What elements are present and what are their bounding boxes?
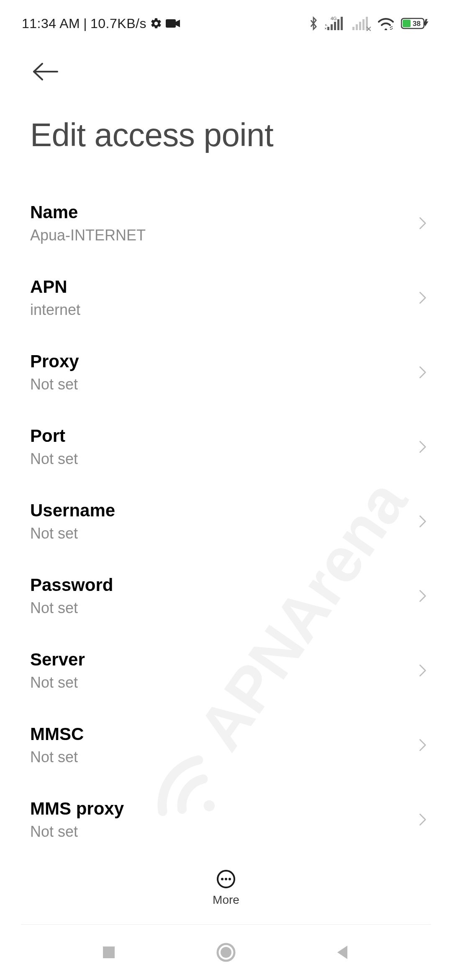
setting-value: Apua-INTERNET <box>30 227 146 244</box>
page-title: Edit access point <box>0 90 452 167</box>
nav-recent-button[interactable] <box>96 940 121 965</box>
chevron-right-icon <box>419 588 435 604</box>
bottom-action-bar: More <box>0 856 452 919</box>
chevron-right-icon <box>419 364 435 381</box>
svg-text:4G: 4G <box>331 16 337 21</box>
more-circle-icon <box>216 869 236 889</box>
status-time: 11:34 AM <box>22 16 80 31</box>
svg-marker-25 <box>337 946 347 959</box>
svg-rect-15 <box>403 20 411 27</box>
status-bar: 11:34 AM | 10.7KB/s 4G <box>0 0 452 34</box>
status-speed: 10.7KB/s <box>90 16 146 31</box>
system-nav-bar <box>0 925 452 980</box>
settings-list: Name Apua-INTERNET APN internet Proxy No… <box>0 167 452 856</box>
more-label: More <box>213 893 239 907</box>
svg-rect-6 <box>341 17 343 30</box>
svg-rect-8 <box>356 24 358 30</box>
setting-username[interactable]: Username Not set <box>30 484 435 558</box>
bluetooth-icon <box>309 16 318 31</box>
status-sep: | <box>83 16 87 31</box>
svg-rect-7 <box>352 27 354 30</box>
setting-label: Port <box>30 426 78 446</box>
chevron-right-icon <box>419 438 435 455</box>
setting-value: Not set <box>30 599 113 617</box>
setting-password[interactable]: Password Not set <box>30 558 435 633</box>
setting-apn[interactable]: APN internet <box>30 260 435 335</box>
svg-point-19 <box>221 878 223 880</box>
battery-icon: 38 <box>401 17 430 30</box>
setting-value: Not set <box>30 674 85 691</box>
setting-value: Not set <box>30 823 124 841</box>
svg-rect-9 <box>359 22 361 30</box>
setting-name[interactable]: Name Apua-INTERNET <box>30 186 435 260</box>
setting-value: internet <box>30 301 80 319</box>
chevron-right-icon <box>419 811 435 828</box>
setting-value: Not set <box>30 748 84 766</box>
setting-label: Name <box>30 202 146 222</box>
setting-server[interactable]: Server Not set <box>30 633 435 707</box>
svg-text:38: 38 <box>413 20 421 28</box>
setting-label: Proxy <box>30 351 79 371</box>
signal-4g-icon: 4G <box>325 16 346 31</box>
chevron-right-icon <box>419 289 435 306</box>
back-button[interactable] <box>31 53 68 90</box>
status-left: 11:34 AM | 10.7KB/s <box>22 16 180 31</box>
chevron-right-icon <box>419 513 435 530</box>
svg-rect-4 <box>334 22 336 30</box>
setting-value: Not set <box>30 450 78 468</box>
gear-icon <box>150 17 162 30</box>
chevron-right-icon <box>419 737 435 753</box>
chevron-right-icon <box>419 662 435 679</box>
setting-label: Server <box>30 650 85 670</box>
wifi-icon <box>378 17 394 30</box>
svg-rect-10 <box>362 19 365 30</box>
setting-label: Username <box>30 500 115 521</box>
svg-rect-2 <box>327 27 329 30</box>
more-button[interactable]: More <box>213 869 239 907</box>
camera-icon <box>166 18 180 28</box>
chevron-right-icon <box>419 215 435 232</box>
setting-label: Password <box>30 575 113 595</box>
svg-rect-22 <box>103 946 115 958</box>
nav-back-button[interactable] <box>331 940 356 965</box>
svg-rect-0 <box>166 19 176 28</box>
setting-mms-proxy[interactable]: MMS proxy Not set <box>30 782 435 856</box>
svg-rect-5 <box>337 19 339 30</box>
app-bar <box>0 34 452 90</box>
nav-home-button[interactable] <box>213 940 239 965</box>
setting-label: MMSC <box>30 724 84 744</box>
setting-value: Not set <box>30 376 79 393</box>
svg-rect-3 <box>331 24 333 30</box>
setting-label: APN <box>30 277 80 297</box>
setting-label: MMS proxy <box>30 799 124 819</box>
signal-no-sim-icon <box>352 16 371 31</box>
setting-port[interactable]: Port Not set <box>30 409 435 484</box>
setting-mmsc[interactable]: MMSC Not set <box>30 707 435 782</box>
status-right: 4G <box>309 16 430 31</box>
svg-point-21 <box>229 878 231 880</box>
svg-point-24 <box>221 947 231 958</box>
setting-proxy[interactable]: Proxy Not set <box>30 335 435 409</box>
svg-point-20 <box>225 878 227 880</box>
setting-value: Not set <box>30 525 115 542</box>
